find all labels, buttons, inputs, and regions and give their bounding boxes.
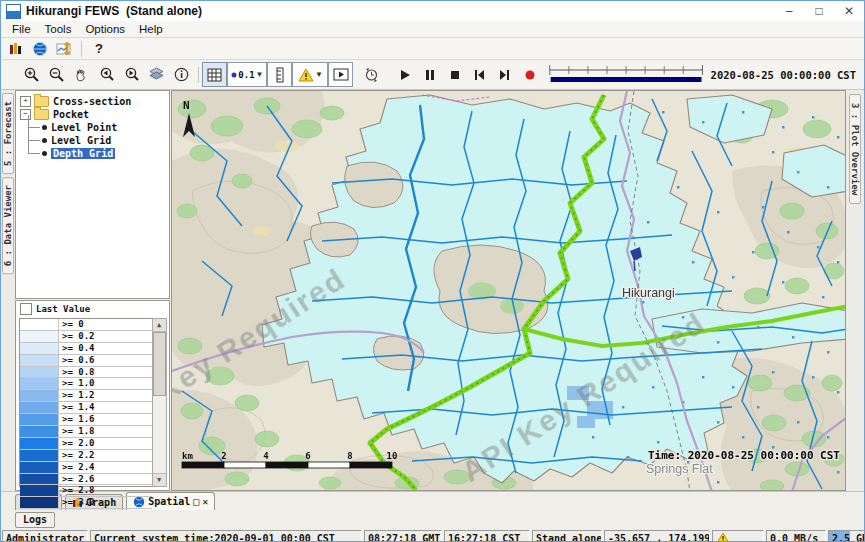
status-network-rate: 0.0 MB/s <box>766 530 826 542</box>
legend-scrollbar[interactable]: ▲ ▼ <box>152 318 167 487</box>
zoom-in-icon[interactable] <box>19 62 44 87</box>
memory-label: 2.5 GB <box>832 533 865 542</box>
status-warning[interactable] <box>712 530 764 542</box>
menu-tools[interactable]: Tools <box>38 23 79 35</box>
animation-button[interactable] <box>328 62 353 87</box>
spatial-maximize-icon[interactable]: □ <box>193 496 199 507</box>
warning-dropdown[interactable]: ▼ <box>292 62 328 87</box>
map-canvas[interactable]: API Key Required API Key Required N Hiku… <box>172 91 846 491</box>
scroll-down-icon[interactable]: ▼ <box>153 473 166 486</box>
legend-color-swatch <box>20 378 59 389</box>
map-view[interactable]: API Key Required API Key Required N Hiku… <box>171 90 846 491</box>
tab-logs[interactable]: Logs <box>15 512 55 528</box>
database-icon[interactable] <box>5 39 27 58</box>
record-button[interactable] <box>517 62 542 87</box>
legend-color-swatch <box>20 343 59 354</box>
grid-display-button[interactable] <box>202 62 227 87</box>
legend-class-label: >= 2.4 <box>59 462 95 473</box>
menu-bar: File Tools Options Help <box>1 21 864 38</box>
layers-icon[interactable] <box>144 62 169 87</box>
logs-tab-row: Logs <box>1 510 864 529</box>
scrollbar-thumb[interactable] <box>153 332 166 396</box>
app-toolbar: ? <box>1 38 864 60</box>
legend-row[interactable]: >= 2.8 <box>20 485 152 497</box>
skip-to-start-button[interactable] <box>467 62 492 87</box>
status-coordinates: -35.657 , 174.199 <box>604 530 710 542</box>
map-toolbar: 0.1 ▼ ▼ <box>1 60 864 90</box>
zoom-previous-icon[interactable] <box>94 62 119 87</box>
legend-row[interactable]: >= 0.2 <box>20 331 152 343</box>
skip-to-end-button[interactable] <box>492 62 517 87</box>
legend-class-label: >= 0.4 <box>59 343 95 354</box>
title-bar[interactable]: Hikurangi FEWS (Stand alone) – □ ✕ <box>1 1 864 21</box>
close-button[interactable]: ✕ <box>834 1 864 21</box>
scalebar-tick: 6 <box>305 451 310 461</box>
legend-row[interactable]: >= 2.6 <box>20 474 152 486</box>
bullet-icon <box>42 125 47 130</box>
tab-data-viewer[interactable]: 6 : Data Viewer <box>2 177 14 274</box>
legend-class-label: >= 2.0 <box>59 438 95 449</box>
legend-row[interactable]: >= 0.8 <box>20 367 152 379</box>
globe-icon[interactable] <box>29 39 51 58</box>
legend-color-swatch <box>20 450 59 461</box>
legend-row[interactable]: >= 2.2 <box>20 450 152 462</box>
status-mode: Stand alone <box>532 530 602 542</box>
legend-color-swatch <box>20 485 59 496</box>
scroll-up-icon[interactable]: ▲ <box>153 319 166 332</box>
legend-row[interactable]: >= 1.4 <box>20 402 152 414</box>
warning-icon <box>716 532 730 542</box>
tree-node-level-point[interactable]: Level Point <box>20 121 169 133</box>
bullet-icon <box>42 151 47 156</box>
tree-node-level-grid[interactable]: Level Grid <box>20 134 169 146</box>
legend-row[interactable]: >= 1.6 <box>20 414 152 426</box>
legend-row[interactable]: >= 1.2 <box>20 390 152 402</box>
menu-file[interactable]: File <box>5 23 38 35</box>
legend-color-swatch <box>20 438 59 449</box>
legend-row[interactable]: >= 1.0 <box>20 378 152 390</box>
expand-icon[interactable]: + <box>20 96 31 107</box>
tab-forecast[interactable]: 5 : Forecast <box>2 93 14 174</box>
status-memory: 2.5 GB <box>828 530 865 542</box>
tree-node-depth-grid[interactable]: Depth Grid <box>20 147 169 159</box>
menu-options[interactable]: Options <box>78 23 132 35</box>
minimize-button[interactable]: – <box>774 1 804 21</box>
legend-row[interactable]: >= 2.0 <box>20 438 152 450</box>
layer-tree: + Cross-section − Pocket Level Point <box>15 90 170 299</box>
legend-class-label: >= 1.2 <box>59 390 95 401</box>
zoom-out-icon[interactable] <box>44 62 69 87</box>
legend-color-swatch <box>20 426 59 437</box>
play-button[interactable] <box>392 62 417 87</box>
info-icon[interactable] <box>169 62 194 87</box>
legend-row[interactable]: >= 3.0 <box>20 497 152 509</box>
legend-row[interactable]: >= 1.8 <box>20 426 152 438</box>
tree-node-cross-section[interactable]: + Cross-section <box>20 95 169 107</box>
legend-row[interactable]: >= 0 <box>20 319 152 331</box>
legend-row[interactable]: >= 0.6 <box>20 355 152 367</box>
main-area: 5 : Forecast 6 : Data Viewer + Cross-sec… <box>1 90 864 491</box>
time-slider[interactable] <box>548 61 704 89</box>
legend-row[interactable]: >= 0.4 <box>20 343 152 355</box>
maximize-button[interactable]: □ <box>804 1 834 21</box>
last-value-checkbox[interactable] <box>20 303 32 315</box>
pause-button[interactable] <box>417 62 442 87</box>
ruler-button[interactable] <box>267 62 292 87</box>
legend-color-swatch <box>20 414 59 425</box>
legend-class-label: >= 3.0 <box>59 497 95 508</box>
legend-class-label: >= 1.8 <box>59 426 95 437</box>
spatial-close-icon[interactable]: ✕ <box>202 496 208 507</box>
stop-button[interactable] <box>442 62 467 87</box>
timeseries-icon[interactable] <box>53 39 75 58</box>
tree-node-label: Level Point <box>51 122 117 133</box>
legend-row[interactable]: >= 2.4 <box>20 462 152 474</box>
menu-help[interactable]: Help <box>132 23 170 35</box>
window-title: Hikurangi FEWS (Stand alone) <box>26 4 202 18</box>
zoom-next-icon[interactable] <box>119 62 144 87</box>
help-button[interactable]: ? <box>88 41 110 56</box>
tree-node-pocket[interactable]: − Pocket <box>20 108 169 120</box>
timer-button[interactable] <box>359 62 384 87</box>
tab-plot-overview[interactable]: 3 : Plot Overview <box>849 94 861 204</box>
pan-icon[interactable] <box>69 62 94 87</box>
right-tab-strip: 3 : Plot Overview <box>846 90 864 491</box>
scale-threshold-dropdown[interactable]: 0.1 ▼ <box>227 62 267 87</box>
tree-node-label: Pocket <box>53 109 89 120</box>
